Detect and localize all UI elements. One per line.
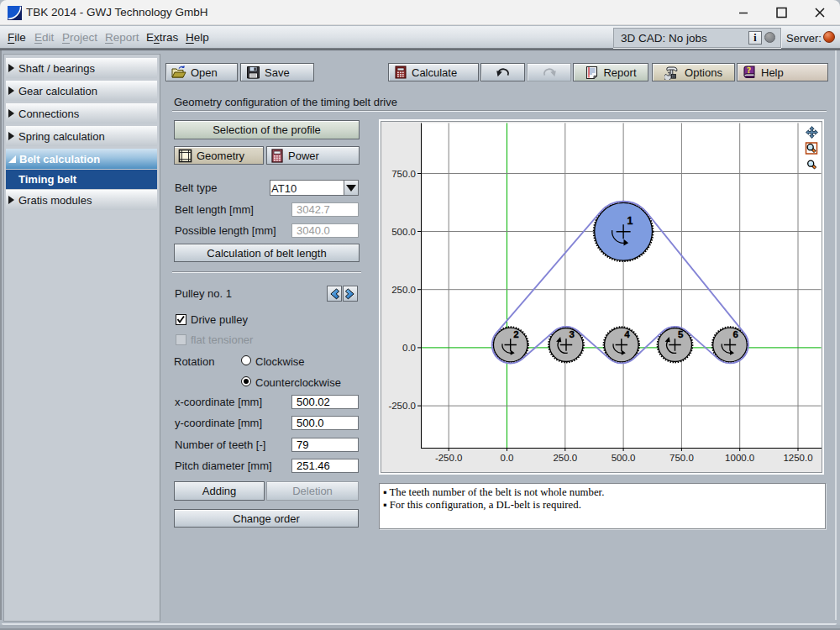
svg-text:0.0: 0.0 [402,343,416,353]
svg-text:500.0: 500.0 [391,227,416,237]
svg-text:-250.0: -250.0 [388,401,416,411]
svg-text:1: 1 [627,215,633,227]
svg-text:3: 3 [570,329,575,339]
svg-text:0.0: 0.0 [501,453,514,463]
svg-text:500.0: 500.0 [612,453,636,463]
svg-text:250.0: 250.0 [553,453,577,463]
svg-text:750.0: 750.0 [391,169,416,179]
svg-text:2: 2 [513,329,518,339]
svg-text:750.0: 750.0 [669,453,694,463]
svg-text:250.0: 250.0 [391,285,416,295]
svg-text:5: 5 [678,329,684,339]
svg-text:1000.0: 1000.0 [725,453,754,463]
svg-text:-250.0: -250.0 [435,453,463,463]
svg-text:4: 4 [624,329,630,339]
svg-text:6: 6 [733,329,738,339]
svg-text:?: ? [747,66,751,75]
svg-text:1250.0: 1250.0 [783,453,812,463]
